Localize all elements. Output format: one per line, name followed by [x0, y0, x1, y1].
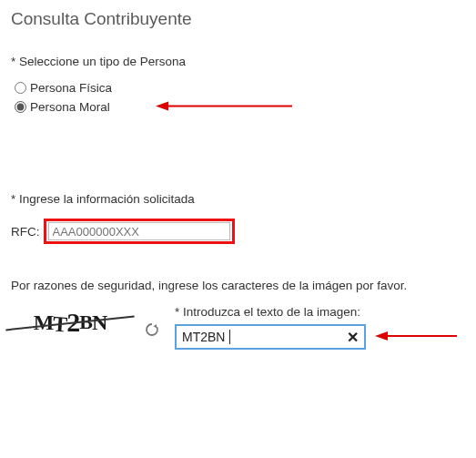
radio-persona-fisica-label[interactable]: Persona Física [30, 81, 112, 95]
rfc-row: RFC: [11, 219, 465, 244]
svg-marker-2 [154, 324, 157, 328]
radio-persona-moral-label[interactable]: Persona Moral [30, 100, 110, 114]
captcha-area: MT2BN * Introduzca el texto de la imagen… [11, 305, 465, 350]
radio-persona-moral[interactable] [15, 101, 26, 113]
annotation-arrow-icon [375, 330, 457, 345]
info-request-label: * Ingrese la información solicitada [11, 192, 465, 206]
radio-row-moral: Persona Moral [15, 100, 465, 114]
clear-input-icon[interactable]: ✕ [345, 329, 360, 346]
radio-row-fisica: Persona Física [15, 81, 465, 95]
refresh-captcha-icon[interactable] [144, 321, 160, 338]
rfc-input[interactable] [48, 222, 230, 240]
rfc-highlight-box [44, 219, 235, 244]
text-caret [229, 330, 230, 344]
person-type-group: Persona Física Persona Moral [11, 81, 465, 114]
captcha-input-label: * Introduzca el texto de la imagen: [175, 305, 465, 319]
captcha-input-container: ✕ [175, 324, 366, 350]
svg-marker-1 [156, 101, 168, 110]
svg-marker-4 [375, 331, 388, 341]
person-type-label: * Seleccione un tipo de Persona [11, 55, 465, 68]
captcha-image: MT2BN [11, 305, 129, 340]
radio-persona-fisica[interactable] [15, 82, 26, 94]
captcha-input[interactable] [182, 330, 345, 344]
security-note: Por razones de seguridad, ingrese los ca… [11, 279, 465, 292]
page-title: Consulta Contribuyente [11, 9, 465, 29]
rfc-label: RFC: [11, 225, 40, 239]
annotation-arrow-icon [156, 99, 292, 115]
